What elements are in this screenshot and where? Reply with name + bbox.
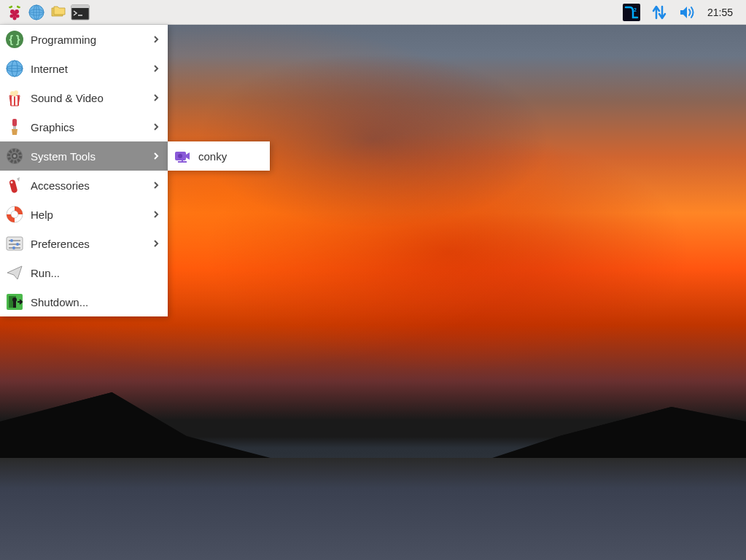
- menu-item-label: Preferences: [31, 238, 144, 250]
- taskbar: 2 21:55: [0, 0, 746, 25]
- menu-item-label: Run...: [31, 267, 162, 279]
- menu-item-label: Programming: [31, 34, 144, 46]
- svg-point-4: [16, 14, 20, 18]
- network-tray-icon[interactable]: [649, 2, 669, 23]
- svg-rect-52: [182, 160, 183, 162]
- svg-text:2: 2: [634, 7, 637, 12]
- menu-item-label: Help: [31, 209, 144, 221]
- svg-point-27: [13, 93, 17, 97]
- swissknife-icon: [4, 175, 25, 195]
- svg-rect-28: [12, 119, 17, 126]
- chevron-right-icon: [150, 63, 162, 74]
- terminal-launcher[interactable]: [70, 2, 90, 23]
- system-tools-submenu: conky: [168, 141, 270, 171]
- menu-item-help[interactable]: Help: [0, 200, 168, 229]
- menu-item-label: Internet: [31, 63, 144, 75]
- vnc-tray-icon[interactable]: 2: [621, 2, 642, 23]
- menu-item-internet[interactable]: Internet: [0, 54, 168, 83]
- exit-icon: [4, 292, 25, 312]
- wallpaper-water: [0, 458, 746, 560]
- sliders-icon: [4, 233, 25, 254]
- chevron-right-icon: [150, 34, 162, 45]
- svg-rect-48: [13, 301, 16, 308]
- terminal-icon: [71, 4, 90, 20]
- svg-rect-22: [10, 96, 12, 106]
- lifebuoy-icon: [4, 204, 25, 225]
- network-updown-icon: [650, 4, 668, 21]
- svg-point-44: [12, 246, 15, 249]
- raspberry-icon: [6, 4, 23, 21]
- menu-item-graphics[interactable]: Graphics: [0, 112, 168, 141]
- svg-rect-14: [623, 4, 640, 21]
- svg-point-33: [13, 155, 16, 158]
- menu-item-system-tools[interactable]: System Tools: [0, 141, 168, 171]
- menu-item-label: Accessories: [31, 179, 144, 192]
- menu-item-label: Graphics: [31, 121, 144, 133]
- taskbar-right: 2 21:55: [621, 2, 742, 23]
- menu-item-run[interactable]: Run...: [0, 258, 168, 287]
- menu-item-programming[interactable]: { } Programming: [0, 25, 168, 54]
- submenu-item-conky[interactable]: conky: [168, 141, 270, 171]
- menu-item-label: Shutdown...: [31, 296, 162, 308]
- chevron-right-icon: [150, 150, 162, 162]
- gear-icon: [4, 146, 25, 166]
- paperplane-icon: [4, 262, 25, 283]
- svg-rect-24: [18, 96, 19, 106]
- menu-item-sound-video[interactable]: Sound & Video: [0, 83, 168, 112]
- menu-item-preferences[interactable]: Preferences: [0, 229, 168, 258]
- chevron-right-icon: [150, 121, 162, 133]
- file-manager-launcher[interactable]: [48, 2, 69, 23]
- svg-rect-23: [14, 96, 15, 106]
- chevron-right-icon: [150, 209, 162, 220]
- brush-icon: [4, 117, 25, 137]
- svg-rect-12: [71, 5, 89, 8]
- menu-item-accessories[interactable]: Accessories: [0, 171, 168, 200]
- braces-icon: { }: [4, 29, 25, 50]
- svg-point-50: [178, 154, 182, 158]
- submenu-item-label: conky: [198, 150, 264, 163]
- popcorn-icon: [4, 88, 25, 108]
- chevron-right-icon: [150, 179, 162, 191]
- app-menu-button[interactable]: [4, 2, 25, 23]
- svg-rect-34: [9, 179, 18, 193]
- chevron-right-icon: [150, 92, 162, 104]
- menu-item-label: System Tools: [31, 150, 144, 163]
- volume-tray-icon[interactable]: [677, 2, 697, 23]
- svg-point-3: [10, 14, 14, 18]
- menu-item-label: Sound & Video: [31, 92, 144, 104]
- svg-point-37: [11, 211, 18, 218]
- folders-icon: [50, 4, 67, 21]
- globe-icon: [4, 58, 25, 79]
- chevron-right-icon: [150, 238, 162, 249]
- menu-item-shutdown[interactable]: Shutdown...: [0, 287, 168, 316]
- browser-launcher[interactable]: [26, 2, 47, 23]
- clock[interactable]: 21:55: [704, 7, 736, 18]
- svg-point-35: [11, 182, 13, 184]
- svg-point-40: [10, 239, 13, 242]
- svg-point-42: [16, 243, 19, 246]
- app-menu: { } Programming Internet Sound & Video G…: [0, 25, 168, 316]
- vnc-icon: 2: [622, 3, 641, 22]
- taskbar-left: [4, 2, 90, 23]
- camera-icon: [172, 146, 193, 166]
- svg-text:{ }: { }: [9, 34, 20, 45]
- svg-point-5: [13, 16, 17, 20]
- svg-rect-29: [13, 126, 16, 129]
- speaker-icon: [678, 4, 696, 21]
- globe-icon: [28, 4, 45, 21]
